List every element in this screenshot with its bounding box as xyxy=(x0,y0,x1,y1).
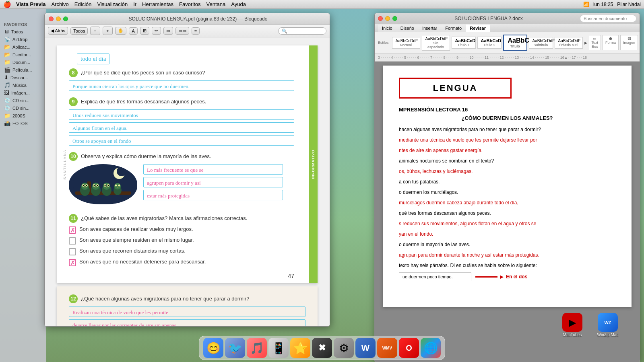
q11-option1[interactable]: ✗ Son aves capaces de realizar vuelos mu… xyxy=(69,226,294,234)
close-button[interactable] xyxy=(49,16,54,21)
dock-item-wmv[interactable]: WMV xyxy=(377,338,397,358)
annotate-tool[interactable]: ✏ xyxy=(152,27,161,35)
dock-item-phone[interactable]: 📱 xyxy=(268,338,289,358)
q11-option3[interactable]: Son aves que recorren distancias muy cor… xyxy=(69,248,294,255)
sidebar-item-2000s[interactable]: 📁 2000S xyxy=(0,112,46,119)
menu-edicion[interactable]: Edición xyxy=(74,1,92,7)
checkbox-4[interactable]: ✗ xyxy=(69,259,76,266)
menu-favoritos[interactable]: Favoritos xyxy=(179,1,200,7)
checkbox-3[interactable] xyxy=(69,248,76,255)
dock-item-star[interactable]: ⭐ xyxy=(290,338,310,358)
styles-arrow[interactable]: ▸ xyxy=(584,39,587,46)
winzip-icon[interactable]: WZ xyxy=(598,313,618,332)
tab-insertar[interactable]: Insertar xyxy=(418,25,441,32)
tab-revisar[interactable]: Revisar xyxy=(466,25,490,32)
textbox-button[interactable]: ▭ Text Box xyxy=(589,35,601,50)
dock-item-finder[interactable]: 😊 xyxy=(203,338,223,358)
doc-line-3: ntes de aire sin apenas gastar energía. xyxy=(399,147,615,154)
style-titulo2[interactable]: AaBbCcD Título 2 xyxy=(477,37,502,49)
zoom-out-button[interactable]: － xyxy=(90,27,100,35)
todos-button[interactable]: Todos xyxy=(70,27,88,35)
word-maximize-button[interactable] xyxy=(392,16,397,21)
hand-tool[interactable]: ✋ xyxy=(115,27,126,35)
q10-a1-text: Lo más frecuente es que se xyxy=(147,167,203,173)
q11-option4[interactable]: ✗ Son aves que no necesitan detenerse pa… xyxy=(69,259,294,266)
sidebar-item-todos[interactable]: 🖥 Todos xyxy=(0,28,46,35)
answer-input-row: ue duermen poco tiempo. ▶ En el dos xyxy=(399,272,615,281)
back-button[interactable]: ◀ Atrás xyxy=(48,27,68,35)
tab-inicio[interactable]: Inicio xyxy=(378,25,396,32)
sidebar-item-aplicac[interactable]: 📂 Aplicac... xyxy=(0,43,46,51)
word-close-button[interactable] xyxy=(378,16,383,21)
checkbox-1[interactable]: ✗ xyxy=(69,226,76,234)
maximize-button[interactable] xyxy=(63,16,68,21)
sidebar-item-airdrop[interactable]: 📡 AirDrop xyxy=(0,35,46,43)
apple-menu[interactable]: 🍎 xyxy=(3,0,11,8)
q11-option2-text: Son aves que siempre residen en el mismo… xyxy=(79,237,194,243)
view-continuous[interactable]: ≡ xyxy=(192,27,200,35)
dock-item-word[interactable]: W xyxy=(355,338,376,358)
arrow-line xyxy=(475,276,497,278)
view-single[interactable]: ▭ xyxy=(163,27,173,35)
menu-visualizacion[interactable]: Visualización xyxy=(97,1,128,7)
style-normal[interactable]: AaBbCcDdE Normal xyxy=(392,37,420,49)
svg-point-13 xyxy=(92,183,99,190)
menu-ir[interactable]: Ir xyxy=(133,1,136,7)
q11-option2[interactable]: Son aves que siempre residen en el mismo… xyxy=(69,237,294,245)
svg-point-10 xyxy=(86,185,87,186)
dock-item-gear[interactable]: ⚙ xyxy=(334,338,354,358)
menu-ventana[interactable]: Ventana xyxy=(206,1,226,7)
sidebar-item-escritor[interactable]: 📂 Escritor... xyxy=(0,51,46,58)
sidebar-label-escritor: Escritor... xyxy=(12,52,31,57)
checkbox-2[interactable] xyxy=(69,237,76,245)
imagen-label: Imagen xyxy=(623,41,635,45)
style-sin-espaciado[interactable]: AaBbCcDdE Sin espaciado xyxy=(422,35,450,51)
style-normal-sub: Normal xyxy=(396,43,417,47)
forma-button[interactable]: ⬟ Forma xyxy=(603,35,619,50)
menu-vistaprevia[interactable]: Vista Previa xyxy=(16,1,45,7)
pelicula-icon: 🎬 xyxy=(4,67,10,73)
sidebar-item-docum[interactable]: 📁 Docum... xyxy=(0,58,46,66)
dock-item-itunes[interactable]: 🎵 xyxy=(247,338,267,358)
word-search-input[interactable] xyxy=(580,15,636,22)
sidebar-item-imagen[interactable]: 🖼 Imágen... xyxy=(0,89,46,97)
forma-label: Forma xyxy=(605,41,616,45)
menu-ayuda[interactable]: Ayuda xyxy=(231,1,246,7)
sidebar-item-cd2[interactable]: 💿 CD sin... xyxy=(0,104,46,112)
dock-item-opera[interactable]: O xyxy=(399,338,419,358)
sidebar-item-descar[interactable]: ⬇ Descar... xyxy=(0,74,46,81)
mac-tubes-icon[interactable]: ▶ xyxy=(562,313,582,332)
tab-formato[interactable]: Formato xyxy=(441,25,466,32)
pdf-content-area[interactable]: todo el día INFORMATIVO SANTILLANA 8 ¿Po… xyxy=(45,37,330,326)
tab-diseno[interactable]: Diseño xyxy=(396,25,418,32)
q11-option1-text: Son aves capaces de realizar vuelos muy … xyxy=(79,226,193,232)
word-minimize-button[interactable] xyxy=(385,16,390,21)
style-titulo1[interactable]: AaBbCcD Título 1 xyxy=(452,37,476,49)
textbox-icon: ▭ xyxy=(592,37,599,41)
x-icon: ✖ xyxy=(318,343,326,353)
sidebar-item-musica[interactable]: 🎵 Música xyxy=(0,81,46,89)
style-sub-label: AaBbCcDdE xyxy=(533,39,549,43)
menu-archivo[interactable]: Archivo xyxy=(51,1,68,7)
select-tool[interactable]: ⊞ xyxy=(140,27,149,35)
sidebar-item-cd1[interactable]: 💿 CD sin... xyxy=(0,97,46,104)
dock-item-chrome[interactable]: 🌐 xyxy=(421,338,441,358)
text-tool[interactable]: A xyxy=(129,27,137,35)
dock-item-bird[interactable]: 🐦 xyxy=(225,338,245,358)
style-enfasis[interactable]: AaBbCcDdE Énfasis sutil xyxy=(555,37,583,49)
minimize-button[interactable] xyxy=(56,16,61,21)
imagen-button[interactable]: 🖼 Imagen xyxy=(620,35,638,50)
view-double[interactable]: ▭▭ xyxy=(175,27,189,35)
sidebar-item-pelicula[interactable]: 🎬 Película... xyxy=(0,66,46,74)
todos-icon: 🖥 xyxy=(4,29,9,35)
zoom-in-button[interactable]: ＋ xyxy=(103,27,113,35)
dock-item-x[interactable]: ✖ xyxy=(312,338,332,358)
style-subtitulo[interactable]: AaBbCcDdE Subtítulo xyxy=(529,37,553,49)
q8-header: 8 ¿Por qué se dice que los peces son un … xyxy=(69,68,294,77)
mac-tubes-corner: ▶ MacTubes xyxy=(560,313,584,337)
menu-herramientas[interactable]: Herramientas xyxy=(142,1,173,7)
descar-icon: ⬇ xyxy=(4,74,8,80)
style-titulo-active[interactable]: AaBbC Título xyxy=(503,35,527,51)
pdf-search-input[interactable] xyxy=(278,27,326,35)
sidebar-item-fotos[interactable]: 📸 FOTOS xyxy=(0,119,46,127)
